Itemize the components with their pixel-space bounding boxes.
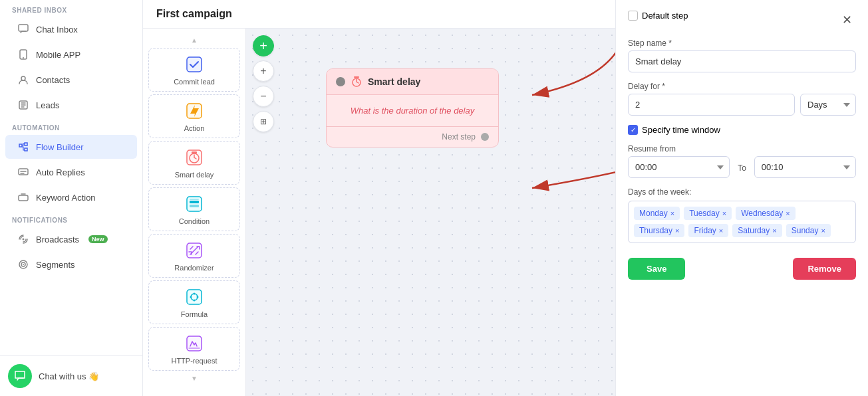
action-label: Action <box>184 124 205 132</box>
day-tag-thursday: Thursday × <box>634 224 684 237</box>
flow-panel: ▲ Commit lead A <box>143 29 246 396</box>
condition-label: Condition <box>179 217 210 225</box>
svg-rect-18 <box>190 205 199 207</box>
sidebar-bottom: Chat with us 👋 <box>0 355 142 396</box>
default-step-row: Default step <box>628 11 688 21</box>
leads-icon <box>17 99 29 111</box>
sidebar-item-flow-builder[interactable]: Flow Builder <box>5 135 137 159</box>
chat-inbox-label: Chat Inbox <box>36 25 78 35</box>
remove-sunday[interactable]: × <box>821 227 825 235</box>
campaign-title: First campaign <box>143 0 615 29</box>
svg-point-24 <box>194 300 196 302</box>
delay-unit-select[interactable]: Minutes Hours Days Weeks <box>800 94 856 116</box>
sidebar-item-leads[interactable]: Leads <box>5 93 137 117</box>
mobile-app-icon <box>17 49 29 60</box>
to-label: To <box>738 163 746 178</box>
segments-icon <box>17 258 29 270</box>
http-request-icon <box>184 333 205 354</box>
randomizer-icon <box>184 240 205 261</box>
commit-lead-label: Commit lead <box>174 78 215 86</box>
smart-delay-label: Smart delay <box>175 171 214 179</box>
days-label: Days of the week: <box>628 187 856 197</box>
notifications-label: NOTIFICATIONS <box>0 210 142 227</box>
to-group: 00:00 00:10 00:30 <box>754 156 856 178</box>
flow-item-action[interactable]: Action <box>148 94 240 138</box>
remove-saturday[interactable]: × <box>772 227 776 235</box>
to-select[interactable]: 00:00 00:10 00:30 <box>754 156 856 178</box>
right-panel: Default step ✕ Step name * Delay for * M… <box>615 0 868 396</box>
smart-delay-dot <box>336 77 345 86</box>
svg-rect-11 <box>187 57 202 72</box>
step-name-input[interactable] <box>628 50 856 72</box>
scroll-up[interactable]: ▲ <box>148 35 240 45</box>
fit-view-button[interactable]: ⊞ <box>253 111 274 132</box>
flow-item-randomizer[interactable]: Randomizer <box>148 234 240 278</box>
segments-label: Segments <box>36 260 75 270</box>
scroll-down[interactable]: ▼ <box>148 373 240 383</box>
http-request-label: HTTP-request <box>171 357 217 365</box>
contacts-icon <box>17 74 29 86</box>
flow-item-smart-delay[interactable]: Smart delay <box>148 141 240 185</box>
remove-monday[interactable]: × <box>670 209 674 217</box>
resume-from-select[interactable]: 00:00 00:30 01:00 <box>628 156 730 178</box>
delay-for-field: Delay for * Minutes Hours Days Weeks <box>628 82 856 116</box>
condition-icon <box>184 193 205 215</box>
svg-rect-17 <box>190 201 199 203</box>
specify-window-row: ✓ Specify time window <box>628 125 856 135</box>
main-area: First campaign ▲ Commit lead <box>143 0 615 396</box>
canvas: + + − ⊞ Smart delay What is the dur <box>246 29 615 396</box>
sidebar-item-segments[interactable]: Segments <box>5 252 137 276</box>
chat-button[interactable] <box>8 364 32 388</box>
resume-from-group: Resume from 00:00 00:30 01:00 <box>628 144 730 178</box>
close-panel-button[interactable]: ✕ <box>837 11 856 29</box>
flow-builder-icon <box>17 141 29 153</box>
remove-thursday[interactable]: × <box>675 227 679 235</box>
days-section: Days of the week: Monday × Tuesday × Wed… <box>628 187 856 243</box>
flow-builder-label: Flow Builder <box>36 142 84 152</box>
zoom-out-button[interactable]: − <box>253 86 274 107</box>
broadcasts-icon <box>17 233 29 245</box>
svg-point-25 <box>190 296 192 298</box>
smart-delay-card-header: Smart delay <box>327 69 498 95</box>
keyword-action-label: Keyword Action <box>36 193 96 203</box>
svg-rect-0 <box>19 25 28 31</box>
broadcasts-label: Broadcasts <box>36 235 79 245</box>
sidebar-item-mobile-app[interactable]: Mobile APP <box>5 43 137 66</box>
remove-button[interactable]: Remove <box>793 258 856 280</box>
day-tag-friday: Friday × <box>688 224 728 237</box>
keyword-action-icon <box>17 191 29 203</box>
default-step-checkbox[interactable] <box>628 11 638 21</box>
flow-item-http-request[interactable]: HTTP-request <box>148 327 240 371</box>
add-node-button[interactable]: + <box>253 35 274 56</box>
resume-from-label: Resume from <box>628 144 730 153</box>
remove-wednesday[interactable]: × <box>786 209 790 217</box>
smart-delay-card-placeholder: What is the duration of the delay <box>336 106 489 116</box>
specify-window-checkbox[interactable]: ✓ <box>628 125 638 135</box>
flow-item-commit-lead[interactable]: Commit lead <box>148 48 240 92</box>
zoom-in-button[interactable]: + <box>253 60 274 82</box>
sidebar-item-broadcasts[interactable]: Broadcasts New <box>5 227 137 251</box>
save-button[interactable]: Save <box>628 258 685 280</box>
smart-delay-icon <box>184 147 205 168</box>
formula-icon <box>184 286 205 308</box>
flow-item-condition[interactable]: Condition <box>148 187 240 231</box>
canvas-area: ▲ Commit lead A <box>143 29 615 396</box>
shared-inbox-label: SHARED INBOX <box>0 0 142 17</box>
delay-for-label: Delay for * <box>628 82 856 91</box>
svg-rect-21 <box>187 290 202 304</box>
new-badge: New <box>88 235 108 243</box>
sidebar-item-contacts[interactable]: Contacts <box>5 68 137 92</box>
flow-item-formula[interactable]: Formula <box>148 280 240 324</box>
day-tag-sunday: Sunday × <box>786 224 831 237</box>
panel-actions: Save Remove <box>628 258 856 280</box>
sidebar-item-chat-inbox[interactable]: Chat Inbox <box>5 17 137 41</box>
default-step-label: Default step <box>642 11 688 21</box>
sidebar-item-auto-replies[interactable]: Auto Replies <box>5 160 137 184</box>
delay-number-input[interactable] <box>628 94 795 116</box>
auto-replies-icon <box>17 166 29 178</box>
remove-tuesday[interactable]: × <box>722 209 726 217</box>
sidebar-item-keyword-action[interactable]: Keyword Action <box>5 185 137 209</box>
remove-friday[interactable]: × <box>719 227 723 235</box>
next-step-dot[interactable] <box>481 133 489 141</box>
svg-point-10 <box>23 264 24 265</box>
